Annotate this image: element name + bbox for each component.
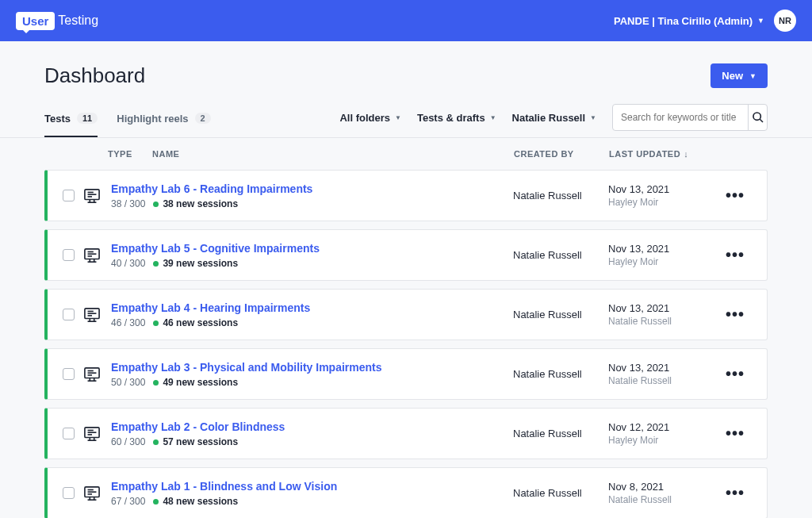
row-updated: Nov 13, 2021Hayley Moir [608,243,719,267]
test-title-link[interactable]: Empathy Lab 6 - Reading Impairments [111,182,312,195]
logo[interactable]: User Testing [16,12,98,30]
test-row: Empathy Lab 1 - Blindness and Low Vision… [44,467,768,518]
test-row: Empathy Lab 2 - Color Blindness60 / 3005… [44,408,768,459]
list-header: TYPE NAME CREATED BY LAST UPDATED ↓ [44,138,768,170]
col-created-by: CREATED BY [514,149,609,159]
sort-down-icon: ↓ [684,149,688,159]
row-updated: Nov 13, 2021Natalie Russell [608,362,719,386]
updated-date: Nov 13, 2021 [608,302,719,314]
row-type-icon [78,188,106,204]
row-updated: Nov 13, 2021Natalie Russell [608,302,719,327]
logo-text: Testing [58,13,98,28]
search-button[interactable] [748,105,767,130]
row-actions-menu[interactable]: ••• [719,305,751,324]
updated-by: Natalie Russell [608,375,719,386]
updated-date: Nov 13, 2021 [608,362,719,374]
chevron-down-icon: ▼ [395,114,401,121]
row-name-cell: Empathy Lab 2 - Color Blindness60 / 3005… [106,420,513,447]
status-dot-icon [153,201,159,207]
new-sessions: 46 new sessions [153,317,238,328]
test-title-link[interactable]: Empathy Lab 1 - Blindness and Low Vision [111,480,337,493]
svg-point-0 [753,113,760,120]
search-wrapper [612,104,768,131]
filter-tests-drafts[interactable]: Tests & drafts ▼ [417,112,496,124]
test-meta: 67 / 30048 new sessions [111,496,513,507]
updated-by: Hayley Moir [608,256,719,267]
row-actions-menu[interactable]: ••• [719,186,751,205]
session-count: 40 / 300 [111,258,145,269]
row-checkbox-cell [59,368,78,380]
row-checkbox[interactable] [63,368,75,380]
row-type-icon [78,247,106,263]
row-created-by: Natalie Russell [513,309,608,320]
status-dot-icon [153,320,159,326]
row-name-cell: Empathy Lab 1 - Blindness and Low Vision… [106,479,513,507]
test-row: Empathy Lab 4 - Hearing Impairments46 / … [44,289,768,340]
session-count: 46 / 300 [111,317,145,328]
tab-reels-label: Highlight reels [117,113,188,125]
filter-owner-label: Natalie Russell [512,112,586,124]
row-type-icon [78,485,106,501]
svg-line-1 [760,119,763,122]
new-sessions: 39 new sessions [153,258,238,269]
tab-tests[interactable]: Tests 11 [44,105,98,137]
col-last-updated[interactable]: LAST UPDATED ↓ [609,149,720,159]
row-checkbox[interactable] [63,249,75,261]
row-actions-menu[interactable]: ••• [719,365,751,383]
account-menu[interactable]: PANDE | Tina Cirillo (Admin) ▼ [614,15,764,27]
new-sessions: 49 new sessions [153,377,238,388]
updated-date: Nov 8, 2021 [608,481,719,493]
row-name-cell: Empathy Lab 3 - Physical and Mobility Im… [106,360,513,388]
col-last-updated-label: LAST UPDATED [609,149,680,159]
logo-box: User [16,12,55,30]
test-meta: 60 / 30057 new sessions [111,436,513,447]
row-checkbox[interactable] [63,428,75,439]
row-checkbox[interactable] [63,190,75,201]
tab-reels-count: 2 [195,113,211,124]
chevron-down-icon: ▼ [490,114,496,121]
updated-by: Natalie Russell [608,494,719,505]
updated-by: Hayley Moir [608,435,719,446]
test-title-link[interactable]: Empathy Lab 4 - Hearing Impairments [111,301,310,314]
row-checkbox[interactable] [63,309,75,320]
chevron-down-icon: ▼ [749,72,756,80]
row-checkbox-cell [59,309,78,320]
row-created-by: Natalie Russell [513,368,608,380]
filter-tests-drafts-label: Tests & drafts [417,112,485,124]
row-created-by: Natalie Russell [513,428,608,439]
filter-folders-label: All folders [339,112,390,124]
row-created-by: Natalie Russell [513,487,608,499]
page-header: Dashboard New ▼ [0,41,812,104]
status-dot-icon [153,499,159,505]
new-button-label: New [722,70,743,82]
updated-by: Hayley Moir [608,197,719,208]
row-actions-menu[interactable]: ••• [719,424,751,443]
test-title-link[interactable]: Empathy Lab 2 - Color Blindness [111,420,285,433]
row-actions-menu[interactable]: ••• [719,246,751,264]
filters-bar: Tests 11 Highlight reels 2 All folders ▼… [0,104,812,138]
row-created-by: Natalie Russell [513,190,608,201]
page-title: Dashboard [44,63,145,88]
status-dot-icon [153,261,159,267]
search-icon [752,111,764,124]
row-checkbox-cell [59,190,78,201]
row-actions-menu[interactable]: ••• [719,484,751,502]
search-input[interactable] [613,105,748,130]
new-button[interactable]: New ▼ [710,63,768,88]
row-checkbox[interactable] [63,487,75,499]
test-title-link[interactable]: Empathy Lab 5 - Cognitive Impairments [111,242,320,255]
test-row: Empathy Lab 5 - Cognitive Impairments40 … [44,229,768,281]
test-title-link[interactable]: Empathy Lab 3 - Physical and Mobility Im… [111,361,382,374]
avatar[interactable]: NR [774,10,796,32]
new-sessions: 57 new sessions [153,436,238,447]
row-type-icon [78,426,106,442]
test-meta: 38 / 30038 new sessions [111,198,513,209]
tabs: Tests 11 Highlight reels 2 [44,105,211,137]
row-updated: Nov 8, 2021Natalie Russell [608,481,719,505]
row-name-cell: Empathy Lab 6 - Reading Impairments38 / … [106,182,513,209]
tab-highlight-reels[interactable]: Highlight reels 2 [117,105,210,137]
filter-folders[interactable]: All folders ▼ [339,112,401,124]
filter-owner[interactable]: Natalie Russell ▼ [512,112,596,124]
session-count: 60 / 300 [111,436,145,447]
updated-by: Natalie Russell [608,316,719,327]
